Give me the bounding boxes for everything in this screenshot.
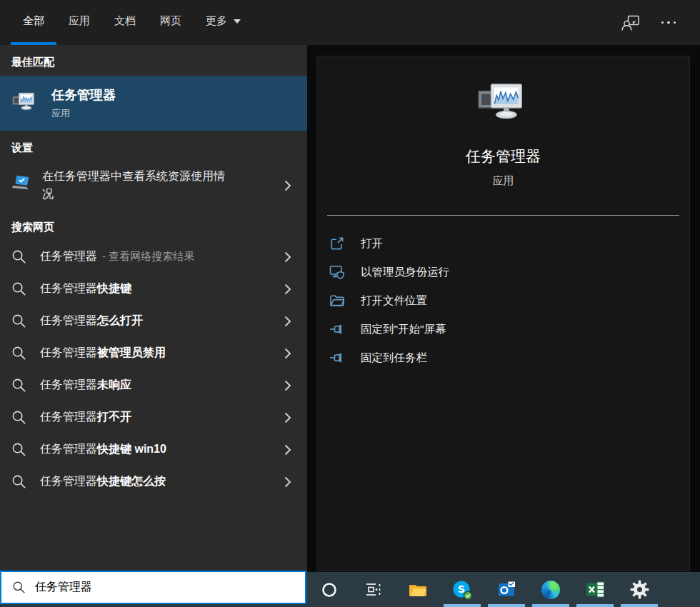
preview-separator: [327, 215, 679, 216]
web-suggestion-label: 任务管理器快捷键怎么按: [40, 474, 166, 489]
best-match-text: 任务管理器 应用: [51, 86, 116, 120]
search-input-value: 任务管理器: [35, 580, 92, 595]
search-results-panel: 最佳匹配 任务管理器 应用 设置 在任务管理器中查看系统资源使用情况 搜索网页 …: [0, 45, 307, 572]
web-suggestion-label: 任务管理器未响应: [40, 378, 131, 393]
web-suggestion-row[interactable]: 任务管理器快捷键怎么按: [0, 466, 307, 498]
action-label: 以管理员身份运行: [361, 265, 449, 280]
search-icon: [11, 281, 26, 296]
settings-result[interactable]: 在任务管理器中查看系统资源使用情况: [0, 161, 307, 210]
laptop-check-icon: [11, 174, 31, 192]
settings-button[interactable]: [617, 572, 661, 607]
folder-location-icon: [328, 292, 346, 310]
settings-header: 设置: [0, 131, 307, 161]
tab-documents[interactable]: 文档: [102, 0, 148, 45]
skype-icon: S: [452, 580, 472, 600]
best-match-result[interactable]: 任务管理器 应用: [0, 76, 307, 131]
web-suggestion-label: 任务管理器打不开: [40, 410, 131, 425]
action-label: 打开文件位置: [361, 294, 427, 308]
skype-button[interactable]: S: [440, 572, 484, 607]
tab-web[interactable]: 网页: [148, 0, 194, 45]
search-filter-tabbar: 全部 应用 文档 网页 更多: [0, 0, 700, 45]
task-manager-icon: [476, 81, 531, 130]
preview-panel: 任务管理器 应用 打开: [316, 56, 690, 571]
web-suggestion-row[interactable]: 任务管理器快捷键: [0, 273, 307, 305]
excel-button[interactable]: [573, 572, 617, 607]
web-suggestion-label: 任务管理器- 查看网络搜索结果: [40, 249, 194, 264]
cortana-button[interactable]: [307, 572, 351, 607]
pin-icon: [328, 321, 346, 338]
chevron-right-icon: [284, 348, 291, 359]
preview-title: 任务管理器: [317, 146, 689, 166]
action-run-as-admin[interactable]: 以管理员身份运行: [317, 258, 689, 286]
action-label: 固定到任务栏: [361, 351, 427, 366]
tab-more[interactable]: 更多: [194, 0, 253, 45]
file-explorer-icon: [408, 582, 428, 598]
search-icon: [11, 249, 26, 264]
web-suggestion-label: 任务管理器快捷键 win10: [40, 442, 166, 457]
running-indicator: [444, 604, 481, 607]
task-view-icon: [364, 581, 384, 598]
chevron-right-icon: [284, 251, 291, 263]
chevron-right-icon: [284, 284, 291, 295]
outlook-button[interactable]: [484, 572, 529, 607]
settings-result-label: 在任务管理器中查看系统资源使用情况: [42, 167, 229, 203]
chevron-right-icon: [284, 180, 291, 191]
chevron-right-icon: [284, 380, 291, 391]
task-view-button[interactable]: [351, 572, 396, 607]
web-suggestion-row[interactable]: 任务管理器被管理员禁用: [0, 337, 307, 369]
file-explorer-button[interactable]: [396, 572, 440, 607]
running-indicator: [621, 604, 658, 607]
gear-icon: [630, 580, 649, 599]
preview-subtitle: 应用: [317, 174, 689, 188]
web-suggestion-row[interactable]: 任务管理器- 查看网络搜索结果: [0, 241, 307, 273]
chevron-right-icon: [284, 476, 291, 488]
preview-actions: 打开 以管理员身份运行: [317, 229, 689, 372]
edge-button[interactable]: [529, 572, 573, 607]
search-icon: [11, 378, 26, 393]
best-match-subtitle: 应用: [51, 107, 116, 120]
taskbar-icons: S: [307, 572, 661, 607]
topbar-actions: [621, 0, 700, 45]
outlook-icon: [497, 581, 516, 598]
taskbar-search-input[interactable]: 任务管理器: [0, 571, 306, 604]
excel-icon: [586, 581, 605, 598]
action-pin-to-start[interactable]: 固定到"开始"屏幕: [317, 315, 689, 343]
chevron-right-icon: [284, 316, 291, 327]
web-suggestion-row[interactable]: 任务管理器打不开: [0, 401, 307, 433]
search-icon: [11, 410, 26, 425]
search-icon: [12, 581, 26, 594]
search-icon: [11, 313, 26, 328]
preview-region: 任务管理器 应用 打开: [307, 45, 700, 572]
action-label: 固定到"开始"屏幕: [361, 322, 446, 337]
cortana-icon: [321, 581, 338, 598]
action-label: 打开: [361, 236, 383, 251]
user-frame-icon[interactable]: [621, 14, 640, 31]
shield-monitor-icon: [328, 264, 346, 281]
action-open-file-location[interactable]: 打开文件位置: [317, 286, 689, 315]
web-suggestion-label: 任务管理器被管理员禁用: [40, 346, 166, 361]
open-icon: [328, 235, 346, 253]
chevron-down-icon: [234, 19, 241, 24]
running-indicator: [532, 604, 569, 607]
web-suggestion-row[interactable]: 任务管理器未响应: [0, 369, 307, 401]
chevron-right-icon: [284, 444, 291, 456]
running-indicator: [576, 604, 614, 607]
tab-apps[interactable]: 应用: [56, 0, 102, 45]
search-icon: [11, 474, 26, 489]
edge-icon: [541, 581, 560, 599]
web-suggestion-label: 任务管理器快捷键: [40, 281, 131, 296]
action-pin-to-taskbar[interactable]: 固定到任务栏: [317, 343, 689, 372]
more-options-icon[interactable]: [661, 21, 676, 24]
tab-more-label: 更多: [206, 14, 227, 28]
best-match-title: 任务管理器: [51, 86, 116, 104]
web-suggestion-row[interactable]: 任务管理器怎么打开: [0, 305, 307, 337]
web-suggestion-label: 任务管理器怎么打开: [40, 313, 143, 328]
search-icon: [11, 442, 26, 457]
tab-all[interactable]: 全部: [11, 0, 56, 45]
search-icon: [11, 346, 26, 361]
task-manager-icon: [11, 91, 39, 116]
web-suggestion-row[interactable]: 任务管理器快捷键 win10: [0, 433, 307, 466]
chevron-right-icon: [284, 412, 291, 423]
action-open[interactable]: 打开: [317, 229, 689, 258]
search-web-header: 搜索网页: [0, 210, 307, 241]
